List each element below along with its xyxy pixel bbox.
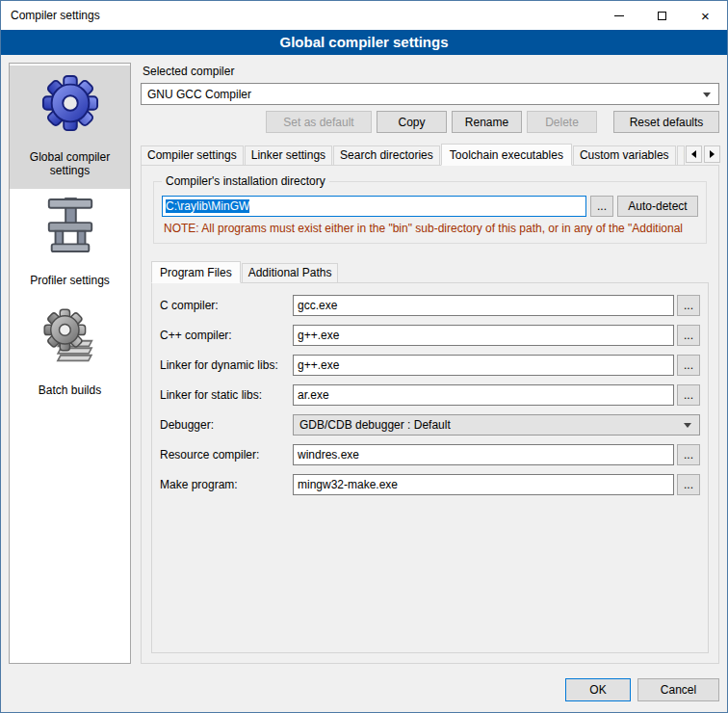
cpp-compiler-input[interactable]	[293, 325, 674, 346]
linker-dynamic-input[interactable]	[293, 355, 674, 376]
linker-static-row: Linker for static libs: ...	[160, 384, 700, 406]
c-compiler-input[interactable]	[293, 295, 674, 316]
cpp-compiler-row: C++ compiler: ...	[160, 325, 700, 346]
copy-button[interactable]: Copy	[377, 111, 447, 133]
make-program-label: Make program:	[160, 478, 293, 491]
main-panel: Selected compiler GNU GCC Compiler Set a…	[141, 63, 719, 664]
auto-detect-button[interactable]: Auto-detect	[617, 196, 698, 217]
resource-compiler-input[interactable]	[293, 444, 674, 465]
make-program-input[interactable]	[293, 474, 674, 495]
toolchain-executables-panel: Compiler's installation directory C:\ray…	[141, 165, 719, 664]
chevron-down-icon	[703, 92, 711, 97]
debugger-row: Debugger: GDB/CDB debugger : Default	[160, 414, 700, 436]
sidebar-item-profiler-settings[interactable]: Profiler settings	[10, 189, 130, 299]
window-title: Compiler settings	[1, 9, 100, 22]
linker-dynamic-label: Linker for dynamic libs:	[160, 358, 293, 372]
rename-button[interactable]: Rename	[452, 111, 522, 133]
cancel-button[interactable]: Cancel	[637, 678, 719, 701]
sidebar-item-batch-builds[interactable]: Batch builds	[10, 299, 130, 409]
tab-scroll-right-button[interactable]	[704, 145, 720, 163]
program-files-panel: C compiler: ... C++ compiler: ... Linker…	[151, 282, 709, 653]
installation-directory-browse-button[interactable]: ...	[590, 196, 613, 217]
delete-button[interactable]: Delete	[527, 111, 597, 133]
compiler-settings-window: Compiler settings × Global compiler sett…	[0, 0, 728, 713]
set-as-default-button[interactable]: Set as default	[266, 111, 372, 133]
sidebar-item-label: Profiler settings	[13, 274, 127, 287]
debugger-value: GDB/CDB debugger : Default	[299, 418, 451, 432]
ok-button[interactable]: OK	[565, 678, 631, 701]
window-controls: ×	[597, 1, 727, 30]
c-compiler-browse-button[interactable]: ...	[677, 295, 700, 316]
installation-directory-groupbox: Compiler's installation directory C:\ray…	[153, 181, 707, 244]
arrow-right-icon	[710, 150, 715, 158]
selected-compiler-value: GNU GCC Compiler	[147, 88, 251, 101]
resource-compiler-label: Resource compiler:	[160, 448, 293, 462]
cpp-compiler-label: C++ compiler:	[160, 329, 293, 342]
titlebar[interactable]: Compiler settings ×	[1, 1, 727, 30]
linker-dynamic-browse-button[interactable]: ...	[677, 355, 700, 376]
chevron-down-icon	[684, 423, 691, 428]
program-files-tabstrip: Program Files Additional Paths	[151, 261, 709, 282]
close-icon: ×	[701, 8, 710, 24]
clamp-tool-icon	[13, 195, 127, 258]
tab-custom-variables[interactable]: Custom variables	[573, 145, 676, 165]
c-compiler-row: C compiler: ...	[160, 295, 700, 316]
selected-compiler-dropdown[interactable]: GNU GCC Compiler	[141, 83, 719, 105]
reset-defaults-button[interactable]: Reset defaults	[613, 111, 719, 133]
gear-icon	[13, 71, 127, 135]
tab-compiler-settings[interactable]: Compiler settings	[141, 145, 244, 165]
tab-scroll-left-button[interactable]	[686, 145, 702, 163]
batch-builds-gear-icon	[13, 304, 127, 368]
tab-scroll-arrows	[686, 145, 720, 165]
tab-linker-settings[interactable]: Linker settings	[245, 145, 332, 165]
debugger-label: Debugger:	[160, 418, 293, 432]
sidebar-item-global-compiler-settings[interactable]: Global compiler settings	[10, 66, 130, 189]
resource-compiler-browse-button[interactable]: ...	[677, 444, 700, 465]
tab-additional-paths[interactable]: Additional Paths	[242, 263, 339, 282]
close-button[interactable]: ×	[684, 1, 727, 30]
maximize-button[interactable]	[640, 1, 684, 30]
installation-directory-input[interactable]: C:\raylib\MinGW	[162, 196, 586, 217]
selected-compiler-label: Selected compiler	[143, 65, 719, 78]
settings-sidebar: Global compiler settings	[9, 63, 131, 664]
tab-toolchain-executables[interactable]: Toolchain executables	[441, 144, 572, 166]
minimize-button[interactable]	[597, 1, 640, 30]
linker-static-label: Linker for static libs:	[160, 388, 293, 402]
arrow-left-icon	[691, 150, 696, 158]
minimize-icon	[614, 15, 624, 16]
debugger-dropdown[interactable]: GDB/CDB debugger : Default	[293, 414, 700, 436]
installation-directory-row: C:\raylib\MinGW ... Auto-detect	[162, 196, 698, 217]
page-title: Global compiler settings	[1, 30, 727, 55]
make-program-row: Make program: ...	[160, 474, 700, 495]
maximize-icon	[658, 12, 666, 20]
resource-compiler-row: Resource compiler: ...	[160, 444, 700, 465]
linker-static-input[interactable]	[293, 384, 674, 406]
cpp-compiler-browse-button[interactable]: ...	[677, 325, 700, 346]
sidebar-item-label: Batch builds	[13, 383, 127, 397]
compiler-buttons-row: Set as default Copy Rename Delete Reset …	[141, 111, 719, 133]
tab-program-files[interactable]: Program Files	[151, 261, 241, 283]
settings-tabstrip: Compiler settings Linker settings Search…	[141, 144, 719, 165]
c-compiler-label: C compiler:	[160, 299, 293, 312]
tab-build-options[interactable]: Build options	[677, 145, 685, 165]
dialog-content: Global compiler settings	[1, 55, 727, 673]
tab-search-directories[interactable]: Search directories	[333, 145, 440, 165]
make-program-browse-button[interactable]: ...	[677, 474, 700, 495]
sidebar-item-label: Global compiler settings	[13, 150, 127, 177]
bin-subdirectory-note: NOTE: All programs must exist either in …	[164, 222, 696, 235]
installation-directory-value: C:\raylib\MinGW	[166, 199, 249, 213]
installation-directory-legend: Compiler's installation directory	[162, 174, 329, 188]
linker-dynamic-row: Linker for dynamic libs: ...	[160, 355, 700, 376]
linker-static-browse-button[interactable]: ...	[677, 384, 700, 406]
dialog-footer: OK Cancel	[1, 673, 727, 712]
